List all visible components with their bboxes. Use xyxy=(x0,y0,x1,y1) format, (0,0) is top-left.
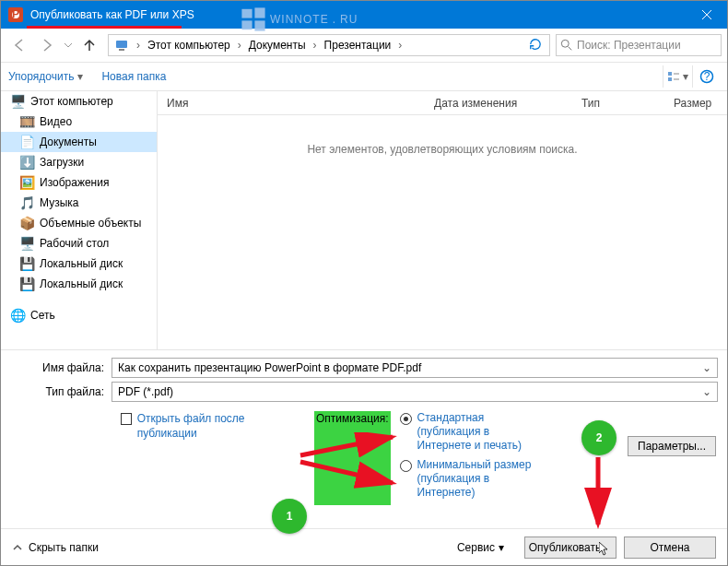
tree-video[interactable]: 🎞️ Видео xyxy=(1,112,157,132)
search-input[interactable]: Поиск: Презентации xyxy=(556,34,722,56)
radio-standard-row[interactable]: Стандартная (публикация в Интернете и пе… xyxy=(400,411,542,453)
file-list: Имя Дата изменения Тип Размер Нет элемен… xyxy=(158,91,727,349)
column-name[interactable]: Имя xyxy=(158,97,425,110)
empty-message: Нет элементов, удовлетворяющих условиям … xyxy=(158,115,727,183)
save-fields: Имя файла: Как сохранить презентацию Pow… xyxy=(1,349,727,505)
chevron-up-icon xyxy=(12,542,23,553)
up-button[interactable] xyxy=(76,32,102,58)
breadcrumb-root[interactable]: Этот компьютер xyxy=(144,35,234,55)
column-type[interactable]: Тип xyxy=(572,97,664,110)
filetype-label: Тип файла: xyxy=(10,385,112,398)
close-button[interactable] xyxy=(686,1,727,29)
cube-icon: 📦 xyxy=(19,216,34,230)
history-dropdown[interactable] xyxy=(62,32,75,58)
app-icon: P xyxy=(8,7,23,22)
organize-button[interactable]: Упорядочить ▾ xyxy=(8,70,83,83)
filename-input[interactable]: Как сохранить презентацию PowerPoint в ф… xyxy=(112,358,718,378)
svg-rect-5 xyxy=(119,49,124,51)
radio-minimal-row[interactable]: Минимальный размер (публикация в Интерне… xyxy=(400,458,542,500)
images-icon: 🖼️ xyxy=(19,175,34,190)
video-icon: 🎞️ xyxy=(19,114,34,129)
column-headers: Имя Дата изменения Тип Размер xyxy=(158,91,727,115)
tree-network[interactable]: 🌐 Сеть xyxy=(1,305,157,325)
svg-rect-8 xyxy=(668,72,672,76)
cursor-icon xyxy=(599,542,610,557)
address-bar[interactable]: › Этот компьютер › Документы › Презентац… xyxy=(108,34,550,56)
tree-desktop[interactable]: 🖥️ Рабочий стол xyxy=(1,233,157,254)
folder-tree: 🖥️ Этот компьютер 🎞️ Видео 📄 Документы ⬇… xyxy=(1,91,158,349)
tree-3d-objects[interactable]: 📦 Объемные объекты xyxy=(1,213,157,233)
search-placeholder: Поиск: Презентации xyxy=(577,39,681,52)
tree-local-disk-c[interactable]: 💾 Локальный диск xyxy=(1,254,157,274)
network-icon: 🌐 xyxy=(10,308,25,323)
chevron-down-icon[interactable]: ⌄ xyxy=(702,385,711,398)
tree-images[interactable]: 🖼️ Изображения xyxy=(1,172,157,193)
filetype-dropdown[interactable]: PDF (*.pdf) ⌄ xyxy=(112,382,718,402)
radio-standard[interactable] xyxy=(400,413,412,425)
svg-text:P: P xyxy=(12,10,19,19)
chevron-right-icon[interactable]: › xyxy=(310,39,321,52)
title-bar: P Опубликовать как PDF или XPS xyxy=(1,1,727,29)
navigation-bar: › Этот компьютер › Документы › Презентац… xyxy=(1,29,727,62)
downloads-icon: ⬇️ xyxy=(19,155,34,170)
chevron-down-icon: ▾ xyxy=(499,541,504,554)
svg-line-7 xyxy=(569,47,572,51)
forward-button[interactable] xyxy=(34,32,60,58)
chevron-right-icon[interactable]: › xyxy=(234,39,245,52)
tree-documents[interactable]: 📄 Документы xyxy=(1,132,157,152)
open-after-checkbox-row[interactable]: Открыть файл после публикации xyxy=(121,411,287,441)
footer: Скрыть папки Сервис ▾ Опубликовать Отмен… xyxy=(1,528,727,565)
chevron-down-icon[interactable]: ⌄ xyxy=(702,361,711,374)
radio-minimal[interactable] xyxy=(400,460,412,472)
music-icon: 🎵 xyxy=(19,195,34,210)
help-button[interactable]: ? xyxy=(692,65,720,88)
desktop-icon: 🖥️ xyxy=(19,236,34,251)
cancel-button[interactable]: Отмена xyxy=(624,537,716,559)
open-after-label: Открыть файл после публикации xyxy=(137,411,287,441)
parameters-button[interactable]: Параметры... xyxy=(628,436,716,456)
tree-music[interactable]: 🎵 Музыка xyxy=(1,193,157,213)
chevron-right-icon[interactable]: › xyxy=(133,39,144,52)
column-date[interactable]: Дата изменения xyxy=(425,97,572,110)
new-folder-button[interactable]: Новая папка xyxy=(101,70,166,83)
breadcrumb-presentations[interactable]: Презентации xyxy=(321,35,395,55)
toolbar: Упорядочить ▾ Новая папка ▾ ? xyxy=(1,62,727,91)
documents-icon: 📄 xyxy=(19,135,34,149)
back-button[interactable] xyxy=(6,32,32,58)
chevron-down-icon: ▾ xyxy=(77,70,83,83)
pc-icon[interactable] xyxy=(111,35,133,55)
publish-button[interactable]: Опубликовать xyxy=(524,537,616,559)
tree-local-disk-d[interactable]: 💾 Локальный диск xyxy=(1,274,157,294)
disk-icon: 💾 xyxy=(19,277,34,291)
checkbox[interactable] xyxy=(121,413,132,425)
column-size[interactable]: Размер xyxy=(664,97,720,110)
svg-point-6 xyxy=(561,40,569,47)
svg-rect-4 xyxy=(116,41,127,48)
svg-text:?: ? xyxy=(703,70,710,83)
tree-this-pc[interactable]: 🖥️ Этот компьютер xyxy=(1,91,157,112)
service-dropdown[interactable]: Сервис ▾ xyxy=(457,541,504,554)
search-icon xyxy=(560,39,573,52)
main-area: 🖥️ Этот компьютер 🎞️ Видео 📄 Документы ⬇… xyxy=(1,91,727,349)
breadcrumb-documents[interactable]: Документы xyxy=(245,35,310,55)
hide-folders-button[interactable]: Скрыть папки xyxy=(12,541,99,554)
annotation-underline xyxy=(27,26,182,29)
window-title: Опубликовать как PDF или XPS xyxy=(30,8,686,21)
pc-icon: 🖥️ xyxy=(10,94,25,109)
refresh-button[interactable] xyxy=(523,38,547,53)
tree-downloads[interactable]: ⬇️ Загрузки xyxy=(1,152,157,172)
view-button[interactable]: ▾ xyxy=(663,65,690,88)
svg-rect-9 xyxy=(668,77,672,81)
filename-label: Имя файла: xyxy=(10,361,112,374)
optimize-label: Оптимизация: xyxy=(314,411,391,505)
chevron-right-icon[interactable]: › xyxy=(394,39,405,52)
disk-icon: 💾 xyxy=(19,256,34,271)
